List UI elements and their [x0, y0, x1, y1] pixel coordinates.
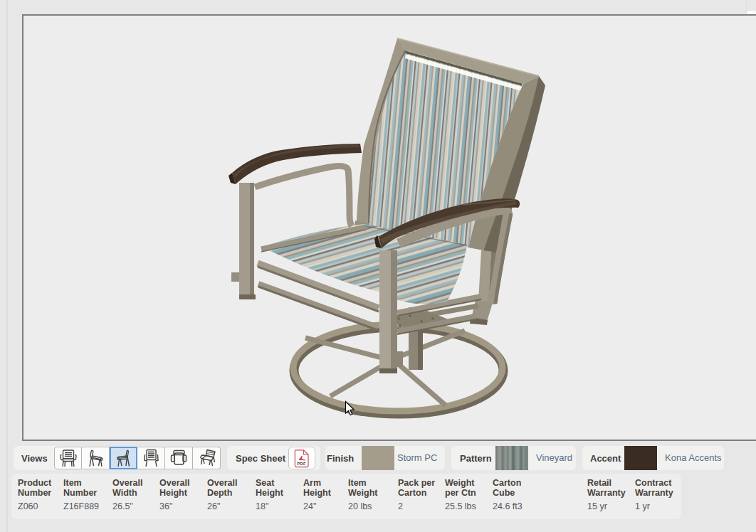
- svg-text:PDF: PDF: [297, 462, 306, 466]
